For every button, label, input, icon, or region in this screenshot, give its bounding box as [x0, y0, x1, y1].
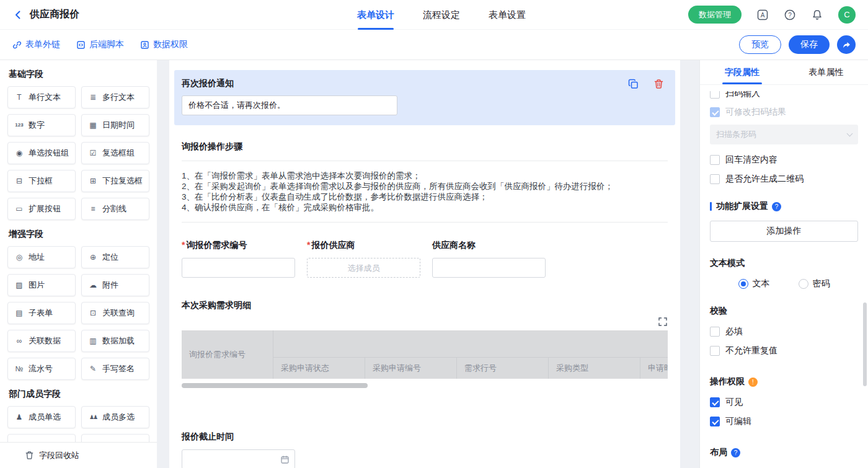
avatar[interactable]: C [838, 6, 856, 24]
data-permission-link[interactable]: 数据权限 [140, 39, 188, 50]
radio-password-mode[interactable]: 密码 [799, 278, 830, 289]
tab-field-properties[interactable]: 字段属性 [700, 60, 784, 84]
tab-form-properties[interactable]: 表单属性 [784, 60, 868, 84]
field-single-line-text[interactable]: T单行文本 [7, 86, 76, 108]
translate-icon[interactable]: A [756, 9, 769, 21]
field-divider[interactable]: ≡分割线 [81, 198, 149, 220]
tab-form-settings[interactable]: 表单设置 [489, 0, 526, 30]
checkbox-required[interactable]: 必填 [710, 322, 858, 341]
checkbox-modify-scan-result[interactable]: 可修改扫码结果 [710, 102, 858, 121]
step-line: 4、确认报价供应商，在「核价」完成采购价格审批。 [182, 202, 668, 213]
demand-no-input[interactable] [182, 258, 295, 278]
step-line: 2、在「采购发起询价」表单选择询价需求以及参与报价的供应商，所有供应商会收到「供… [182, 181, 668, 192]
field-datetime[interactable]: ▦日期时间 [81, 114, 149, 136]
field-member-multi[interactable]: ♟♟成员多选 [81, 406, 149, 428]
app-window: 供应商报价 表单设计 流程设定 表单设置 数据管理 A ? C [0, 0, 868, 468]
field-multi-line-text[interactable]: ≣多行文本 [81, 86, 149, 108]
back-icon[interactable] [12, 9, 24, 20]
copy-field-icon[interactable] [628, 79, 639, 89]
section-title-enhanced-fields: 增强字段 [9, 229, 149, 240]
help-icon[interactable]: ? [784, 9, 796, 21]
steps-title: 询报价操作步骤 [182, 141, 668, 152]
panel-scrollbar[interactable] [863, 302, 867, 386]
field-related-data[interactable]: ∞关联数据 [7, 330, 76, 352]
crosshair-icon: ⊕ [88, 254, 98, 261]
paragraph-icon: ≣ [88, 94, 98, 101]
supplier-name-field[interactable]: 供应商名称 [432, 240, 546, 278]
field-data-load[interactable]: ▥数据加载 [81, 330, 149, 352]
checkbox-allow-qrcode[interactable]: 是否允许生成二维码 [710, 169, 858, 188]
delete-field-icon[interactable] [653, 79, 664, 89]
backend-script-link[interactable]: 后端脚本 [76, 39, 124, 50]
tab-form-design[interactable]: 表单设计 [357, 0, 394, 30]
help-circle-icon[interactable] [772, 202, 781, 211]
notice-field-selected[interactable]: 再次报价通知 [174, 70, 675, 125]
supplier-name-input[interactable] [432, 258, 546, 278]
tab-flow-settings[interactable]: 流程设定 [423, 0, 460, 30]
field-label: 数字 [29, 120, 45, 131]
radio-selected-icon [738, 279, 748, 289]
field-label: 数据加载 [102, 335, 135, 347]
field-recycle-bin[interactable]: 字段回收站 [0, 442, 157, 468]
multi-dropdown-icon: ⊞ [88, 177, 98, 185]
field-member-single[interactable]: ♟成员单选 [7, 406, 76, 428]
checkbox-no-duplicate[interactable]: 不允许重复值 [710, 341, 858, 360]
demand-no-field[interactable]: *询报价需求编号 [182, 240, 295, 278]
field-image[interactable]: ▨图片 [7, 274, 76, 296]
field-label: 报价截止时间 [182, 431, 668, 443]
field-extend-button[interactable]: ▭扩展按钮 [7, 198, 76, 220]
field-number[interactable]: 123数字 [7, 114, 76, 136]
preview-button[interactable]: 预览 [739, 35, 781, 54]
expand-table-icon[interactable] [658, 317, 668, 327]
share-button[interactable] [837, 35, 856, 54]
save-button[interactable]: 保存 [789, 35, 830, 54]
help-circle-icon[interactable] [731, 448, 740, 457]
deadline-date-input[interactable] [182, 449, 295, 468]
field-subform[interactable]: ▤子表单 [7, 302, 76, 324]
supplier-member-input[interactable] [307, 258, 420, 278]
deadline-field[interactable]: 报价截止时间 [182, 431, 668, 468]
checkbox-editable[interactable]: 可编辑 [710, 412, 858, 431]
field-checkbox-group[interactable]: ☑复选框组 [81, 142, 149, 164]
data-manage-button[interactable]: 数据管理 [688, 6, 742, 24]
steps-description-block[interactable]: 询报价操作步骤 1、在「询报价需求」表单从需求池中选择本次要询报价的需求； 2、… [182, 141, 668, 223]
field-address[interactable]: ◎地址 [7, 246, 76, 268]
field-select[interactable]: ⊟下拉框 [7, 170, 76, 192]
form-canvas: 再次报价通知 询报价操作步骤 1、在「询报价需求」表单从需求池中选择本次要询报价… [157, 60, 699, 468]
field-lookup-query[interactable]: ⊡关联查询 [81, 302, 149, 324]
field-signature[interactable]: ✎手写签名 [81, 358, 149, 380]
field-label: 成员多选 [102, 412, 135, 423]
purchase-detail-table-field[interactable]: 本次采购需求明细 询报价需求编号 采购申请状态 采购申请编号 [182, 300, 668, 388]
field-multi-select[interactable]: ⊞下拉复选框 [81, 170, 149, 192]
field-label: 关联查询 [102, 307, 135, 319]
notification-bell-icon[interactable] [811, 9, 823, 21]
field-label-text: 供应商名称 [432, 240, 476, 250]
checkbox-scan-input[interactable]: 扫码输入 [710, 91, 858, 102]
svg-text:?: ? [788, 11, 792, 18]
data-permission-icon [140, 40, 149, 50]
quote-supplier-field[interactable]: *报价供应商 [307, 240, 420, 278]
chevron-down-icon [847, 131, 853, 137]
section-title-text: 操作权限 [710, 376, 745, 387]
form-external-link[interactable]: 表单外链 [12, 39, 60, 50]
warning-circle-icon[interactable] [748, 377, 758, 387]
required-asterisk: * [307, 240, 310, 250]
field-location[interactable]: ⊕定位 [81, 246, 149, 268]
field-label-text: 报价供应商 [311, 240, 355, 250]
field-serial-number[interactable]: №流水号 [7, 358, 76, 380]
pen-icon: ✎ [88, 365, 98, 373]
radio-text-mode[interactable]: 文本 [738, 278, 770, 289]
button-icon: ▭ [14, 205, 24, 213]
checkbox-icon [710, 91, 720, 99]
map-pin-icon: ◎ [14, 254, 24, 261]
svg-text:A: A [761, 12, 765, 19]
table-h-scrollbar[interactable] [182, 383, 368, 388]
add-action-button[interactable]: 添加操作 [710, 221, 858, 242]
checkbox-visible[interactable]: 可见 [710, 392, 858, 412]
field-radio-group[interactable]: ◉单选按钮组 [7, 142, 76, 164]
chart-load-icon: ▥ [88, 337, 98, 345]
notice-field-input[interactable] [182, 95, 397, 115]
field-attachment[interactable]: ☁附件 [81, 274, 149, 296]
validation-title: 校验 [710, 306, 858, 317]
checkbox-clear-on-enter[interactable]: 回车清空内容 [710, 150, 858, 169]
